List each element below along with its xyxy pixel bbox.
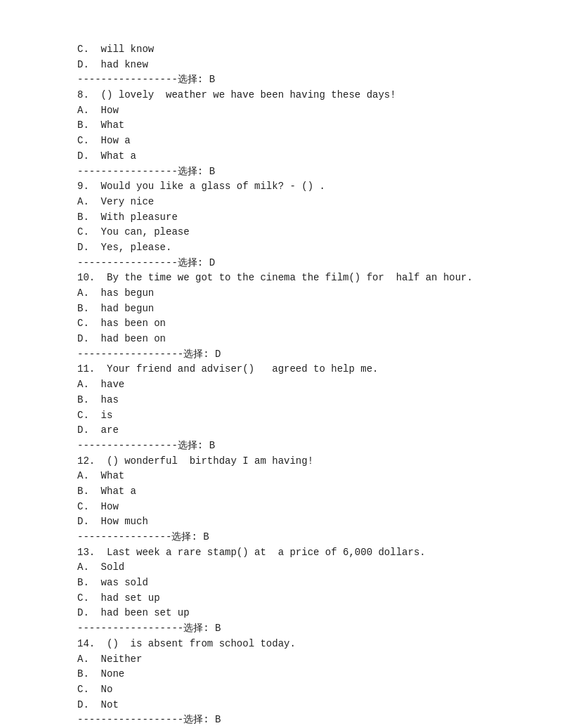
text-line-14: -----------------选择: D xyxy=(77,256,485,271)
text-line-10: A. Very nice xyxy=(77,195,485,210)
text-line-6: C. How a xyxy=(77,134,485,149)
text-line-26: -----------------选择: B xyxy=(77,438,485,454)
text-line-7: D. What a xyxy=(77,149,485,164)
text-line-38: ------------------选择: B xyxy=(77,621,485,637)
text-line-28: A. What xyxy=(77,469,485,484)
text-line-42: B. None xyxy=(77,667,485,682)
text-line-23: B. has xyxy=(77,393,485,408)
text-line-18: C. has been on xyxy=(77,316,485,332)
text-line-16: A. has begun xyxy=(77,286,485,301)
text-line-32: ----------------选择: B xyxy=(77,530,485,545)
text-line-27: 12. () wonderful birthday I am having! xyxy=(77,454,485,469)
text-line-0: C. will know xyxy=(77,42,485,58)
text-line-34: A. Sold xyxy=(77,560,485,576)
text-line-35: B. was sold xyxy=(77,576,485,591)
text-line-9: 9. Would you like a glass of milk? - () … xyxy=(77,179,485,195)
text-line-19: D. had been on xyxy=(77,332,485,347)
text-line-29: B. What a xyxy=(77,484,485,500)
text-line-31: D. How much xyxy=(77,514,485,530)
text-line-15: 10. By the time we got to the cinema the… xyxy=(77,271,485,286)
text-line-8: -----------------选择: B xyxy=(77,164,485,180)
text-line-25: D. are xyxy=(77,423,485,438)
text-line-12: C. You can, please xyxy=(77,225,485,240)
text-line-24: C. is xyxy=(77,408,485,424)
text-line-45: ------------------选择: B xyxy=(77,713,485,728)
text-line-33: 13. Last week a rare stamp() at a price … xyxy=(77,545,485,561)
text-line-17: B. had begun xyxy=(77,301,485,317)
text-line-1: D. had knew xyxy=(77,58,485,73)
text-line-30: C. How xyxy=(77,500,485,515)
text-line-37: D. had been set up xyxy=(77,606,485,621)
text-line-39: 14. () is absent from school today. xyxy=(77,637,485,652)
text-line-5: B. What xyxy=(77,118,485,134)
text-line-20: ------------------选择: D xyxy=(77,347,485,363)
text-line-44: D. Not xyxy=(77,698,485,713)
content-area: C. will knowD. had knew-----------------… xyxy=(77,42,485,728)
text-line-3: 8. () lovely weather we have been having… xyxy=(77,88,485,103)
text-line-43: C. No xyxy=(77,682,485,698)
text-line-40: A. Neither xyxy=(77,652,485,668)
text-line-21: 11. Your friend and adviser() agreed to … xyxy=(77,362,485,377)
text-line-4: A. How xyxy=(77,103,485,119)
text-line-22: A. have xyxy=(77,377,485,393)
text-line-36: C. had set up xyxy=(77,591,485,606)
text-line-13: D. Yes, please. xyxy=(77,240,485,256)
text-line-2: -----------------选择: B xyxy=(77,72,485,88)
text-line-11: B. With pleasure xyxy=(77,210,485,226)
